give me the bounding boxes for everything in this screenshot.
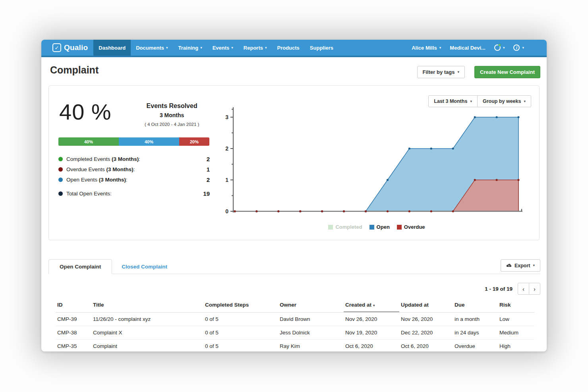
tab-open-complaint[interactable]: Open Complaint [48,259,112,274]
sort-descending-icon: ▾ [373,303,375,307]
column-header-id[interactable]: ID [56,298,91,313]
nav-item-documents[interactable]: Documents▾ [131,40,173,56]
cell-updated-at: Oct 6, 2020 [399,340,453,352]
column-header-due[interactable]: Due [453,298,498,313]
table-row[interactable]: CMP-38Complaint X0 of 5Jess DolnickNov 1… [56,326,534,340]
chart-legend-label: Overdue [404,224,425,230]
cell-title: Complaint [91,340,203,352]
top-nav: ✓ Qualio DashboardDocuments▾Training▾Eve… [41,40,547,57]
nav-item-training[interactable]: Training▾ [173,40,207,56]
nav-item-suppliers[interactable]: Suppliers [305,40,338,56]
chevron-down-icon: ▾ [522,46,524,50]
nav-item-dashboard[interactable]: Dashboard [93,40,131,56]
download-cloud-icon [506,263,512,268]
cell-title: 11/26/20 - complaint xyz [91,313,203,326]
qualio-logo[interactable]: ✓ Qualio [41,40,93,56]
nav-item-events[interactable]: Events▾ [207,40,238,56]
column-header-completed-steps[interactable]: Completed Steps [203,298,278,313]
legend-label: Completed Events (3 Months): [66,156,140,162]
nav-item-label: Events [213,45,230,51]
column-header-updated-at[interactable]: Updated at [399,298,453,313]
chart-legend-item-open[interactable]: Open [369,224,390,230]
create-new-complaint-button[interactable]: Create New Complaint [474,66,540,78]
filter-by-tags-button[interactable]: Filter by tags ▾ [417,66,465,78]
svg-text:2: 2 [225,145,228,152]
page-header: Complaint Filter by tags ▾ Create New Co… [41,57,547,84]
help-menu[interactable]: i ▾ [509,40,528,56]
legend-value: 2 [207,156,210,162]
page-background: ✓ Qualio DashboardDocuments▾Training▾Eve… [0,0,588,392]
legend-label: Total Open Events: [66,191,112,197]
events-summary-card: 40 % Events Resolved 3 Months ( 4 Oct 20… [48,85,540,240]
cell-risk: Medium [498,326,534,340]
legend-label: Overdue Events (3 Months): [66,166,135,172]
cell-owner: Jess Dolnick [278,326,344,340]
org-menu[interactable]: Medical Devi... [445,40,490,56]
column-header-risk[interactable]: Risk [498,298,534,313]
cell-id: CMP-35 [56,340,91,352]
legend-dot-icon [58,191,63,196]
legend-value: 1 [207,166,210,173]
export-button[interactable]: Export ▾ [501,259,540,272]
cell-completed-steps: 0 of 5 [203,340,278,352]
events-area-chart: 0123 [220,102,534,220]
legend-row: Open Events (3 Months):2 [58,174,210,185]
cell-risk: Low [498,313,534,326]
nav-item-label: Training [178,45,199,51]
table-row[interactable]: CMP-35Complaint0 of 5Ray KimOct 6, 2020O… [56,340,534,352]
pagination: 1 - 19 of 19 ‹ › [485,283,540,295]
cell-risk: High [498,340,534,352]
filter-by-tags-label: Filter by tags [423,69,455,75]
chart-legend-item-overdue[interactable]: Overdue [397,224,425,230]
cell-id: CMP-38 [56,326,91,340]
progress-segment: 20% [179,137,209,146]
chevron-down-icon: ▾ [265,46,267,50]
user-name: Alice Mills [412,45,437,51]
column-header-owner[interactable]: Owner [278,298,344,313]
legend-label: Open Events (3 Months): [66,177,128,183]
tabs-group: Open ComplaintClosed Complaint [48,259,175,274]
chart-legend-label: Completed [335,224,362,230]
column-header-title[interactable]: Title [91,298,203,313]
nav-item-label: Products [277,45,299,51]
legend-row: Completed Events (3 Months):2 [58,154,210,164]
chart-legend-item-completed[interactable]: Completed [328,224,362,230]
svg-text:3: 3 [225,114,228,120]
previous-page-button[interactable]: ‹ [518,283,529,295]
metric-label: Events Resolved [128,102,216,110]
chevron-down-icon: ▾ [200,46,202,50]
progress-segment: 40% [58,137,119,146]
chevron-down-icon: ▾ [166,46,168,50]
cell-created-at: Nov 26, 2020 [344,313,399,326]
app-window: ✓ Qualio DashboardDocuments▾Training▾Eve… [41,40,547,351]
pagination-range: 1 - 19 of 19 [485,286,513,292]
legend-swatch-icon [369,225,374,230]
settings-icon [494,44,501,51]
nav-item-reports[interactable]: Reports▾ [238,40,272,56]
cell-due: in a month [453,313,498,326]
table-row[interactable]: CMP-3911/26/20 - complaint xyz0 of 5Davi… [56,313,534,326]
legend-swatch-icon [397,225,402,230]
qualio-logo-icon: ✓ [52,43,61,52]
legend-row: Total Open Events:19 [58,188,210,199]
cell-updated-at: Dec 22, 2020 [399,326,453,340]
nav-item-label: Dashboard [99,45,126,51]
chevron-down-icon: ▾ [503,46,505,50]
svg-text:1: 1 [225,177,228,183]
brand-name: Qualio [64,43,88,52]
page-title: Complaint [50,64,99,76]
tab-closed-complaint[interactable]: Closed Complaint [114,260,175,274]
cell-id: CMP-39 [56,313,91,326]
next-page-button[interactable]: › [529,283,540,295]
user-menu[interactable]: Alice Mills ▾ [407,40,445,56]
cell-owner: Ray Kim [278,340,344,352]
settings-menu[interactable]: ▾ [490,40,509,56]
nav-right: Alice Mills ▾ Medical Devi... ▾ i ▾ [407,40,547,56]
resolved-stats: 40 % Events Resolved 3 Months ( 4 Oct 20… [59,101,216,127]
org-name: Medical Devi... [450,45,485,51]
resolved-labels: Events Resolved 3 Months ( 4 Oct 2020 - … [128,102,216,127]
column-header-created-at[interactable]: Created at▾ [344,298,399,313]
legend-row: Overdue Events (3 Months):1 [58,164,210,174]
header-actions: Filter by tags ▾ Create New Complaint [417,66,540,78]
nav-item-products[interactable]: Products [272,40,304,56]
